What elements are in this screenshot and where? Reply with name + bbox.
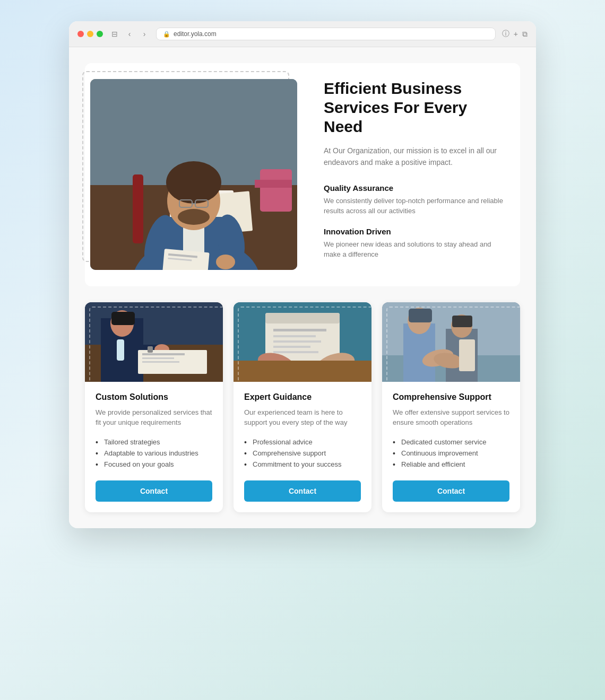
card-3-title: Comprehensive Support [393, 392, 509, 402]
svg-rect-47 [273, 346, 310, 348]
svg-rect-36 [142, 353, 185, 355]
feature-quality-desc: We consistently deliver top-notch perfor… [324, 196, 504, 216]
svg-rect-57 [409, 309, 432, 322]
card-2-description: Our experienced team is here to support … [244, 407, 361, 428]
hero-description: At Our Organization, our mission is to e… [324, 145, 504, 169]
forward-button[interactable]: › [139, 30, 150, 38]
browser-window: ⊟ ‹ › 🔒 editor.yola.com ⓘ + ⧉ [69, 21, 536, 528]
card-3-body: Comprehensive Support We offer extensive… [382, 382, 520, 512]
maximize-button[interactable] [97, 31, 103, 37]
minimize-button[interactable] [87, 31, 93, 37]
svg-rect-27 [255, 180, 292, 188]
list-item: Adaptable to various industries [96, 448, 212, 459]
hero-image-wrapper [90, 79, 297, 270]
list-item: Focused on your goals [96, 459, 212, 470]
list-item: Reliable and efficient [393, 459, 509, 470]
svg-rect-51 [234, 361, 371, 382]
traffic-lights [77, 31, 103, 37]
list-item: Professional advice [244, 436, 361, 448]
svg-rect-44 [273, 329, 326, 331]
card-2-contact-button[interactable]: Contact [244, 480, 361, 502]
card-3-contact-button[interactable]: Contact [393, 480, 509, 502]
list-item: Dedicated customer service [393, 436, 509, 448]
list-item: Continuous improvement [393, 448, 509, 459]
list-item: Tailored strategies [96, 436, 212, 448]
card-1-body: Custom Solutions We provide personalized… [85, 382, 223, 512]
list-item: Comprehensive support [244, 448, 361, 459]
svg-point-21 [216, 255, 235, 269]
url-text: editor.yola.com [174, 30, 217, 38]
feature-quality-title: Quality Assurance [324, 183, 504, 192]
card-custom-solutions: Custom Solutions We provide personalized… [85, 302, 223, 512]
svg-rect-60 [452, 316, 472, 327]
feature-quality-assurance: Quality Assurance We consistently delive… [324, 183, 504, 216]
card-2-body: Expert Guidance Our experienced team is … [234, 382, 371, 512]
svg-rect-39 [117, 339, 124, 361]
svg-rect-40 [148, 346, 153, 353]
card-3-description: We offer extensive support services to e… [393, 407, 509, 428]
feature-innovation-title: Innovation Driven [324, 227, 504, 236]
info-icon[interactable]: ⓘ [502, 29, 509, 39]
svg-rect-45 [273, 335, 316, 337]
close-button[interactable] [77, 31, 84, 37]
svg-point-13 [166, 161, 221, 204]
svg-rect-37 [142, 357, 174, 359]
card-3-list: Dedicated customer service Continuous im… [393, 436, 509, 470]
list-item: Commitment to your success [244, 459, 361, 470]
card-2-image [234, 302, 371, 382]
hero-image [90, 79, 297, 270]
card-expert-guidance: Expert Guidance Our experienced team is … [234, 302, 371, 512]
svg-rect-63 [459, 339, 475, 371]
card-comprehensive-support: Comprehensive Support We offer extensive… [382, 302, 520, 512]
card-1-title: Custom Solutions [96, 392, 212, 402]
svg-rect-32 [111, 312, 135, 325]
card-1-contact-button[interactable]: Contact [96, 480, 212, 502]
hero-section: Efficient Business Services For Every Ne… [85, 63, 520, 286]
card-1-image [85, 302, 223, 382]
svg-rect-43 [265, 313, 340, 323]
svg-rect-25 [133, 174, 143, 243]
cards-section: Custom Solutions We provide personalized… [85, 302, 520, 512]
browser-controls: ⊟ ‹ › [109, 30, 150, 38]
browser-actions: ⓘ + ⧉ [502, 29, 528, 39]
address-bar[interactable]: 🔒 editor.yola.com [156, 28, 496, 40]
feature-innovation-driven: Innovation Driven We pioneer new ideas a… [324, 227, 504, 260]
extensions-icon[interactable]: ⧉ [522, 30, 528, 39]
card-2-title: Expert Guidance [244, 392, 361, 402]
card-1-description: We provide personalized services that fi… [96, 407, 212, 428]
back-button[interactable]: ‹ [124, 30, 135, 38]
add-tab-icon[interactable]: + [514, 30, 518, 38]
lock-icon: 🔒 [163, 31, 170, 38]
hero-title: Efficient Business Services For Every Ne… [324, 79, 504, 136]
card-3-image [382, 302, 520, 382]
svg-rect-48 [273, 351, 318, 353]
svg-point-14 [178, 209, 210, 225]
browser-chrome: ⊟ ‹ › 🔒 editor.yola.com ⓘ + ⧉ [69, 21, 536, 47]
card-2-list: Professional advice Comprehensive suppor… [244, 436, 361, 470]
card-1-list: Tailored strategies Adaptable to various… [96, 436, 212, 470]
page-content: Efficient Business Services For Every Ne… [69, 47, 536, 528]
hero-content: Efficient Business Services For Every Ne… [318, 68, 515, 281]
feature-innovation-desc: We pioneer new ideas and solutions to st… [324, 239, 504, 260]
svg-rect-46 [273, 340, 321, 343]
svg-rect-38 [142, 361, 179, 363]
svg-rect-26 [260, 169, 292, 212]
sidebar-toggle-icon[interactable]: ⊟ [109, 30, 120, 38]
